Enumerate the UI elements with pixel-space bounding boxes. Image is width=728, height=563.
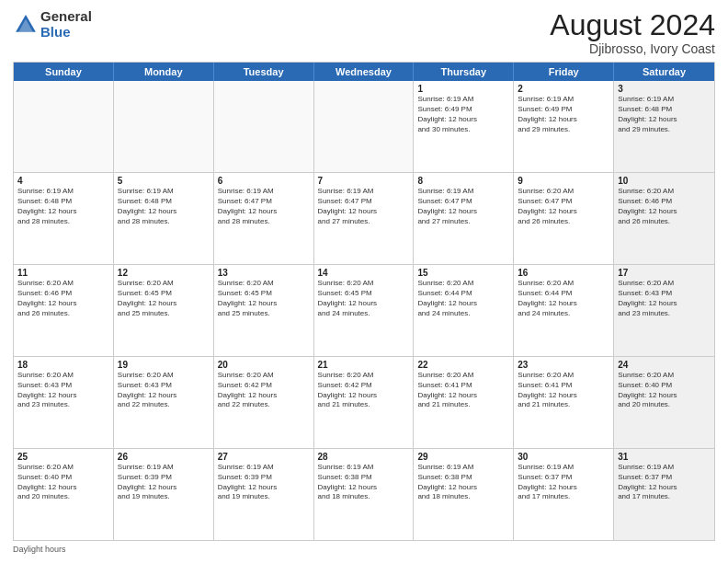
- cell-text: Sunrise: 6:20 AM Sunset: 6:45 PM Dayligh…: [218, 279, 310, 318]
- cell-text: Sunrise: 6:19 AM Sunset: 6:37 PM Dayligh…: [618, 463, 711, 502]
- calendar-body: 1Sunrise: 6:19 AM Sunset: 6:49 PM Daylig…: [14, 81, 714, 540]
- cell-text: Sunrise: 6:20 AM Sunset: 6:41 PM Dayligh…: [518, 371, 609, 410]
- calendar-header-cell: Monday: [114, 63, 214, 81]
- calendar-cell: 2Sunrise: 6:19 AM Sunset: 6:49 PM Daylig…: [514, 81, 614, 172]
- calendar-header-cell: Thursday: [414, 63, 514, 81]
- cell-text: Sunrise: 6:20 AM Sunset: 6:45 PM Dayligh…: [318, 279, 410, 318]
- calendar-cell: 17Sunrise: 6:20 AM Sunset: 6:43 PM Dayli…: [614, 265, 714, 356]
- calendar-cell: 30Sunrise: 6:19 AM Sunset: 6:37 PM Dayli…: [514, 449, 614, 540]
- daylight-label: Daylight hours: [13, 545, 66, 554]
- cell-text: Sunrise: 6:19 AM Sunset: 6:47 PM Dayligh…: [218, 187, 310, 226]
- cell-text: Sunrise: 6:20 AM Sunset: 6:47 PM Dayligh…: [518, 187, 609, 226]
- calendar-header-cell: Wednesday: [314, 63, 415, 81]
- cell-text: Sunrise: 6:19 AM Sunset: 6:48 PM Dayligh…: [618, 95, 711, 134]
- calendar-row: 18Sunrise: 6:20 AM Sunset: 6:43 PM Dayli…: [14, 357, 714, 449]
- calendar-header-cell: Saturday: [614, 63, 714, 81]
- day-number: 3: [618, 84, 711, 94]
- calendar-cell: 7Sunrise: 6:19 AM Sunset: 6:47 PM Daylig…: [314, 173, 415, 264]
- footer: Daylight hours: [13, 545, 715, 554]
- day-number: 21: [318, 360, 410, 370]
- page: General Blue August 2024 Djibrosso, Ivor…: [0, 0, 728, 563]
- day-number: 19: [118, 360, 210, 370]
- calendar-header: SundayMondayTuesdayWednesdayThursdayFrid…: [14, 63, 714, 81]
- calendar-cell: 20Sunrise: 6:20 AM Sunset: 6:42 PM Dayli…: [214, 357, 314, 448]
- day-number: 9: [518, 176, 609, 186]
- day-number: 13: [218, 268, 310, 278]
- subtitle: Djibrosso, Ivory Coast: [550, 41, 715, 56]
- calendar-row: 4Sunrise: 6:19 AM Sunset: 6:48 PM Daylig…: [14, 173, 714, 265]
- day-number: 25: [17, 452, 109, 462]
- calendar-cell: 13Sunrise: 6:20 AM Sunset: 6:45 PM Dayli…: [214, 265, 314, 356]
- day-number: 5: [118, 176, 210, 186]
- day-number: 10: [618, 176, 711, 186]
- cell-text: Sunrise: 6:20 AM Sunset: 6:46 PM Dayligh…: [618, 187, 711, 226]
- calendar-cell: 24Sunrise: 6:20 AM Sunset: 6:40 PM Dayli…: [614, 357, 714, 448]
- cell-text: Sunrise: 6:20 AM Sunset: 6:40 PM Dayligh…: [618, 371, 711, 410]
- cell-text: Sunrise: 6:20 AM Sunset: 6:46 PM Dayligh…: [17, 279, 109, 318]
- logo-text: General Blue: [40, 9, 92, 40]
- day-number: 18: [17, 360, 109, 370]
- calendar-cell: 26Sunrise: 6:19 AM Sunset: 6:39 PM Dayli…: [114, 449, 214, 540]
- cell-text: Sunrise: 6:19 AM Sunset: 6:49 PM Dayligh…: [417, 95, 509, 134]
- calendar-cell: 9Sunrise: 6:20 AM Sunset: 6:47 PM Daylig…: [514, 173, 614, 264]
- cell-text: Sunrise: 6:20 AM Sunset: 6:40 PM Dayligh…: [17, 463, 109, 502]
- calendar-cell: 19Sunrise: 6:20 AM Sunset: 6:43 PM Dayli…: [114, 357, 214, 448]
- day-number: 14: [318, 268, 410, 278]
- calendar-row: 11Sunrise: 6:20 AM Sunset: 6:46 PM Dayli…: [14, 265, 714, 357]
- calendar-cell: 10Sunrise: 6:20 AM Sunset: 6:46 PM Dayli…: [614, 173, 714, 264]
- calendar-cell: 25Sunrise: 6:20 AM Sunset: 6:40 PM Dayli…: [14, 449, 114, 540]
- day-number: 24: [618, 360, 711, 370]
- day-number: 31: [618, 452, 711, 462]
- cell-text: Sunrise: 6:19 AM Sunset: 6:48 PM Dayligh…: [118, 187, 210, 226]
- day-number: 2: [518, 84, 609, 94]
- cell-text: Sunrise: 6:20 AM Sunset: 6:43 PM Dayligh…: [118, 371, 210, 410]
- cell-text: Sunrise: 6:20 AM Sunset: 6:43 PM Dayligh…: [618, 279, 711, 318]
- calendar-header-cell: Tuesday: [214, 63, 314, 81]
- calendar-cell: [14, 81, 114, 172]
- main-title: August 2024: [550, 9, 715, 41]
- calendar-cell: 5Sunrise: 6:19 AM Sunset: 6:48 PM Daylig…: [114, 173, 214, 264]
- cell-text: Sunrise: 6:19 AM Sunset: 6:47 PM Dayligh…: [318, 187, 410, 226]
- calendar-header-cell: Sunday: [14, 63, 114, 81]
- calendar-cell: 6Sunrise: 6:19 AM Sunset: 6:47 PM Daylig…: [214, 173, 314, 264]
- day-number: 30: [518, 452, 609, 462]
- cell-text: Sunrise: 6:20 AM Sunset: 6:42 PM Dayligh…: [318, 371, 410, 410]
- calendar-cell: 18Sunrise: 6:20 AM Sunset: 6:43 PM Dayli…: [14, 357, 114, 448]
- cell-text: Sunrise: 6:19 AM Sunset: 6:48 PM Dayligh…: [17, 187, 109, 226]
- day-number: 29: [417, 452, 509, 462]
- day-number: 11: [17, 268, 109, 278]
- calendar-cell: 23Sunrise: 6:20 AM Sunset: 6:41 PM Dayli…: [514, 357, 614, 448]
- calendar-cell: 4Sunrise: 6:19 AM Sunset: 6:48 PM Daylig…: [14, 173, 114, 264]
- cell-text: Sunrise: 6:19 AM Sunset: 6:49 PM Dayligh…: [518, 95, 609, 134]
- calendar-cell: 12Sunrise: 6:20 AM Sunset: 6:45 PM Dayli…: [114, 265, 214, 356]
- cell-text: Sunrise: 6:19 AM Sunset: 6:38 PM Dayligh…: [318, 463, 410, 502]
- logo-blue: Blue: [40, 24, 71, 40]
- calendar-header-cell: Friday: [514, 63, 614, 81]
- day-number: 12: [118, 268, 210, 278]
- calendar-cell: 3Sunrise: 6:19 AM Sunset: 6:48 PM Daylig…: [614, 81, 714, 172]
- calendar-cell: 16Sunrise: 6:20 AM Sunset: 6:44 PM Dayli…: [514, 265, 614, 356]
- calendar-cell: [214, 81, 314, 172]
- calendar-cell: 14Sunrise: 6:20 AM Sunset: 6:45 PM Dayli…: [314, 265, 415, 356]
- calendar-cell: [114, 81, 214, 172]
- day-number: 4: [17, 176, 109, 186]
- day-number: 17: [618, 268, 711, 278]
- calendar-cell: 27Sunrise: 6:19 AM Sunset: 6:39 PM Dayli…: [214, 449, 314, 540]
- calendar-cell: 28Sunrise: 6:19 AM Sunset: 6:38 PM Dayli…: [314, 449, 415, 540]
- day-number: 8: [417, 176, 509, 186]
- calendar-cell: 22Sunrise: 6:20 AM Sunset: 6:41 PM Dayli…: [414, 357, 514, 448]
- calendar-cell: 8Sunrise: 6:19 AM Sunset: 6:47 PM Daylig…: [414, 173, 514, 264]
- title-block: August 2024 Djibrosso, Ivory Coast: [550, 9, 715, 56]
- calendar-cell: 21Sunrise: 6:20 AM Sunset: 6:42 PM Dayli…: [314, 357, 415, 448]
- cell-text: Sunrise: 6:20 AM Sunset: 6:44 PM Dayligh…: [417, 279, 509, 318]
- day-number: 28: [318, 452, 410, 462]
- calendar-cell: 15Sunrise: 6:20 AM Sunset: 6:44 PM Dayli…: [414, 265, 514, 356]
- day-number: 16: [518, 268, 609, 278]
- cell-text: Sunrise: 6:19 AM Sunset: 6:37 PM Dayligh…: [518, 463, 609, 502]
- logo-icon: [13, 12, 39, 38]
- day-number: 20: [218, 360, 310, 370]
- cell-text: Sunrise: 6:19 AM Sunset: 6:47 PM Dayligh…: [417, 187, 509, 226]
- calendar-cell: 11Sunrise: 6:20 AM Sunset: 6:46 PM Dayli…: [14, 265, 114, 356]
- calendar-cell: 1Sunrise: 6:19 AM Sunset: 6:49 PM Daylig…: [414, 81, 514, 172]
- calendar-cell: [314, 81, 415, 172]
